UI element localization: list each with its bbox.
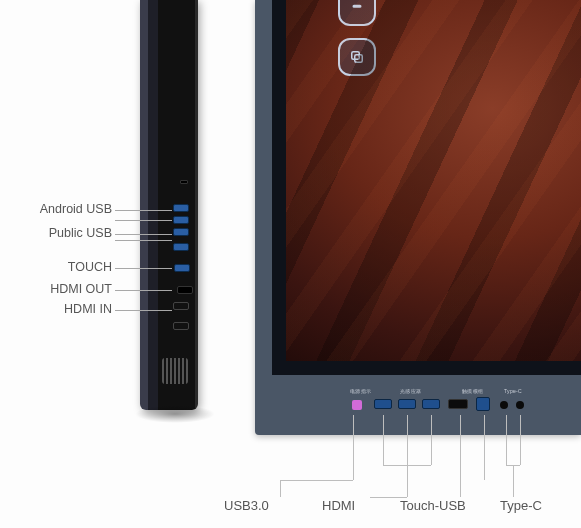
label-touch-usb: Touch-USB	[400, 498, 466, 513]
label-typec: Type-C	[500, 498, 542, 513]
front-usb30-port-1	[374, 399, 392, 409]
android-usb-port-2	[173, 216, 189, 224]
chin-tiny-3: 触摸模组	[462, 388, 483, 394]
osd-button-top[interactable]	[338, 0, 376, 26]
hdmi-in-port	[173, 322, 189, 330]
android-usb-port-1	[173, 204, 189, 212]
label-usb30: USB3.0	[224, 498, 269, 513]
power-led	[352, 400, 362, 410]
front-usb30-port-3	[422, 399, 440, 409]
front-typec-port	[500, 401, 508, 409]
monitor-screen	[272, 0, 581, 375]
public-usb-port	[173, 243, 189, 251]
aux-hole	[177, 286, 193, 294]
monitor-front: 电源指示 光感应器 触摸模组 Type-C	[255, 0, 581, 435]
monitor-side-panel	[140, 0, 198, 410]
svg-rect-2	[355, 55, 363, 63]
monitor-chin: 电源指示 光感应器 触摸模组 Type-C	[272, 375, 581, 435]
front-aux-port	[516, 401, 524, 409]
speaker-grille	[162, 358, 188, 384]
front-hdmi-port	[448, 399, 468, 409]
chin-tiny-4: Type-C	[504, 388, 522, 394]
svg-rect-1	[352, 52, 360, 60]
osd-button-windows[interactable]	[338, 38, 376, 76]
chin-tiny-2: 光感应器	[400, 388, 421, 394]
android-usb-port-3	[173, 228, 189, 236]
svg-rect-0	[353, 6, 361, 8]
hdmi-out-port	[173, 302, 189, 310]
label-hdmi: HDMI	[322, 498, 355, 513]
chin-tiny-1: 电源指示	[350, 388, 371, 394]
front-usb30-port-2	[398, 399, 416, 409]
touch-usb-b-port	[174, 264, 190, 272]
front-touch-usb-port	[476, 397, 490, 411]
